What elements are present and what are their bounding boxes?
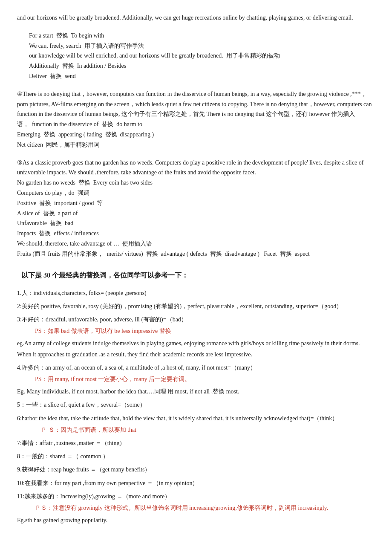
item-2-text: 2:美好的 positive, favorable, rosy (美好的)，pr… bbox=[17, 301, 375, 312]
item-10-text: 10:在我看来：for my part ,from my own perspec… bbox=[17, 478, 375, 489]
list-item-2: 2:美好的 positive, favorable, rosy (美好的)，pr… bbox=[17, 301, 375, 312]
para5-note2: Computers do play，do 强调 bbox=[17, 188, 375, 198]
note-line-1: For a start 替换 To begin with bbox=[29, 31, 375, 41]
para5-note4: A slice of 替换 a part of bbox=[17, 208, 375, 219]
item-3-eg: eg.An army of college students indulge t… bbox=[17, 338, 375, 359]
note-line-2: We can, freely, search 用了插入语的写作手法 bbox=[29, 41, 375, 51]
para4-netcitizen: Net citizen 网民，属于精彩用词 bbox=[17, 140, 375, 150]
note-line-5: Deliver 替换 send bbox=[29, 71, 375, 81]
note-line-3: our knowledge will be well enriched, and… bbox=[29, 51, 375, 61]
item-4-eg: Eg. Many individuals, if not most, harbo… bbox=[17, 386, 375, 397]
list-item-7: 7:事情：affair ,business ,matter ＝（thing） bbox=[17, 438, 375, 448]
para5-note7: We should, therefore, take advantage of … bbox=[17, 239, 375, 249]
list-item-6: 6:harbor the idea that, take the attitud… bbox=[17, 413, 375, 435]
item-11-eg: Eg.sth has gained growing popularity. bbox=[17, 515, 375, 526]
list-item-1: 1.人：individuals,characters, folks= (peop… bbox=[17, 288, 375, 298]
item-9-text: 9.获得好处：reap huge fruits ＝（get many benef… bbox=[17, 464, 375, 475]
para4-main: ④There is no denying that，however, compu… bbox=[17, 89, 375, 130]
main-content: and our horizons will be greatly broaden… bbox=[17, 13, 375, 526]
section-header: 以下是 30 个最经典的替换词，各位同学可以参考一下： bbox=[17, 269, 375, 281]
intro-paragraph: and our horizons will be greatly broaden… bbox=[17, 13, 375, 23]
item-3-ps: PS：如果 bad 做表语，可以有 be less impressive 替换 bbox=[17, 326, 375, 336]
para5-note5: Unfavorable 替换 bad bbox=[17, 218, 375, 228]
item-11-ps: ＰＳ：注意没有 growingly 这种形式。所以当修饰名词时用 increas… bbox=[17, 503, 375, 513]
section-divider: 以下是 30 个最经典的替换词，各位同学可以参考一下： bbox=[17, 269, 375, 281]
list-item-9: 9.获得好处：reap huge fruits ＝（get many benef… bbox=[17, 464, 375, 475]
list-item-5: 5：一些：a slice of, quiet a few，several=（so… bbox=[17, 399, 375, 410]
list-item-4: 4.许多的：an army of, an ocean of, a sea of,… bbox=[17, 362, 375, 397]
para5-note3: Positive 替换 important / good 等 bbox=[17, 198, 375, 208]
replacement-list: 1.人：individuals,characters, folks= (peop… bbox=[17, 288, 375, 526]
item-1-text: 1.人：individuals,characters, folks= (peop… bbox=[17, 288, 375, 298]
para5-section: ⑤As a classic proverb goes that no garde… bbox=[17, 158, 375, 259]
item-8-text: 8：一般的：shared ＝（ common ） bbox=[17, 451, 375, 462]
item-3-text: 3:不好的：dreadful, unfavorable, poor, adver… bbox=[17, 314, 375, 325]
note-line-4: Additionally 替换 In addition / Besides bbox=[29, 61, 375, 71]
para5-note1: No garden has no weeds 替换 Every coin has… bbox=[17, 178, 375, 188]
para5-note8: Fruits (而且 fruits 用的非常形象， merits/ virtue… bbox=[17, 249, 375, 259]
item-5-text: 5：一些：a slice of, quiet a few，several=（so… bbox=[17, 399, 375, 410]
item-4-text: 4.许多的：an army of, an ocean of, a sea of,… bbox=[17, 362, 375, 373]
item-11-text: 11:越来越多的：Increasing(ly),growing ＝（more a… bbox=[17, 491, 375, 502]
item-4-ps: PS：用 many, if not most 一定要小心，many 后一定要有词… bbox=[17, 374, 375, 384]
para5-note6: Impacts 替换 effects / influences bbox=[17, 228, 375, 239]
intro-section: and our horizons will be greatly broaden… bbox=[17, 13, 375, 23]
notes-block: For a start 替换 To begin with We can, fre… bbox=[17, 31, 375, 81]
para4-section: ④There is no denying that，however, compu… bbox=[17, 89, 375, 150]
list-item-3: 3:不好的：dreadful, unfavorable, poor, adver… bbox=[17, 314, 375, 360]
item-7-text: 7:事情：affair ,business ,matter ＝（thing） bbox=[17, 438, 375, 448]
item-6-text: 6:harbor the idea that, take the attitud… bbox=[17, 413, 375, 424]
list-item-11: 11:越来越多的：Increasing(ly),growing ＝（more a… bbox=[17, 491, 375, 526]
para4-emerging: Emerging 替换 appearing ( fading 替换 disapp… bbox=[17, 130, 375, 140]
list-item-8: 8：一般的：shared ＝（ common ） bbox=[17, 451, 375, 462]
item-6-ps: Ｐ Ｓ：因为是书面语，所以要加 that bbox=[17, 425, 375, 435]
para5-main: ⑤As a classic proverb goes that no garde… bbox=[17, 158, 375, 178]
list-item-10: 10:在我看来：for my part ,from my own perspec… bbox=[17, 478, 375, 489]
